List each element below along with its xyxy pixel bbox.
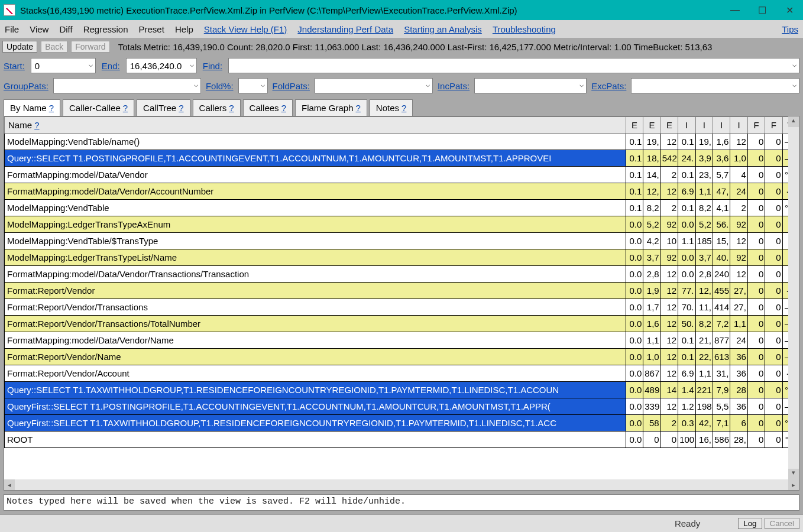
row-cell[interactable]: 18, (643, 150, 660, 167)
row-cell[interactable]: 0.0 (626, 216, 643, 233)
row-name[interactable]: ModelMapping:VendTable/$TransType (5, 233, 626, 249)
notes-input[interactable]: Notes typed here will be saved when the … (4, 494, 799, 511)
row-cell[interactable]: 12 (660, 365, 678, 382)
row-cell[interactable]: 1,1 (643, 332, 660, 349)
tab-by-name[interactable]: By Name ? (4, 99, 60, 116)
column-header-7[interactable]: F (747, 117, 765, 134)
row-cell[interactable]: 0.1 (626, 134, 643, 150)
table-row[interactable]: ModelMapping:VendTable0.18,220.18,24,120… (5, 200, 799, 216)
row-cell[interactable]: 0.1 (678, 134, 695, 150)
row-cell[interactable]: 0.1 (678, 332, 695, 349)
table-row[interactable]: QueryFirst::SELECT T1.TAXWITHHOLDGROUP,T… (5, 415, 799, 432)
row-cell[interactable]: 0.0 (678, 249, 695, 266)
row-cell[interactable]: 1,7 (643, 299, 660, 316)
row-cell[interactable]: 1.2 (678, 398, 695, 415)
row-cell[interactable]: 1,0 (643, 349, 660, 365)
row-cell[interactable]: 198 (695, 398, 713, 415)
row-cell[interactable]: 42, (695, 415, 713, 432)
row-cell[interactable]: 0 (747, 183, 765, 200)
row-cell[interactable]: 16, (695, 432, 713, 448)
foldpct-label[interactable]: Fold%: (206, 81, 234, 91)
row-cell[interactable]: 27, (730, 299, 747, 316)
excpats-input[interactable] (631, 78, 799, 93)
row-name[interactable]: Format:Report/Vendor/Name (5, 349, 626, 365)
row-cell[interactable]: 12 (660, 349, 678, 365)
row-cell[interactable]: 12 (660, 299, 678, 316)
row-cell[interactable]: 240 (713, 266, 730, 283)
row-name[interactable]: Format:Report/Vendor/Account (5, 365, 626, 382)
scroll-down-icon[interactable]: ▾ (788, 469, 799, 479)
row-cell[interactable]: 36 (730, 365, 747, 382)
row-cell[interactable]: 6.9 (678, 183, 695, 200)
table-row[interactable]: ModelMapping:VendTable/$TransType0.04,21… (5, 233, 799, 249)
column-header-1[interactable]: E (643, 117, 660, 134)
row-cell[interactable]: 19, (643, 134, 660, 150)
row-cell[interactable]: 0.1 (626, 183, 643, 200)
table-row[interactable]: Format:Report/Vendor0.01,91277.12,45527,… (5, 283, 799, 299)
row-cell[interactable]: 2 (660, 200, 678, 216)
row-cell[interactable]: 0 (747, 382, 765, 398)
row-cell[interactable]: 0 (765, 283, 782, 299)
row-name[interactable]: QueryFirst::SELECT T1.TAXWITHHOLDGROUP,T… (5, 415, 626, 432)
row-cell[interactable]: 0.1 (626, 150, 643, 167)
find-input[interactable] (228, 58, 799, 73)
row-cell[interactable]: 7,9 (713, 382, 730, 398)
scroll-left-icon[interactable]: ◂ (4, 479, 15, 490)
table-row[interactable]: FormatMapping:model/Data/Vendor/AccountN… (5, 183, 799, 200)
row-cell[interactable]: 0 (765, 150, 782, 167)
close-button[interactable]: ✕ (776, 0, 803, 20)
row-cell[interactable]: 0 (765, 183, 782, 200)
row-name[interactable]: FormatMapping:model/Data/Vendor/Name (5, 332, 626, 349)
row-cell[interactable]: 4 (730, 167, 747, 183)
row-cell[interactable]: 36 (730, 398, 747, 415)
row-cell[interactable]: 2,8 (695, 266, 713, 283)
table-row[interactable]: Format:Report/Vendor/Transactions/TotalN… (5, 316, 799, 332)
excpats-label[interactable]: ExcPats: (591, 81, 626, 91)
row-cell[interactable]: 0 (747, 150, 765, 167)
row-cell[interactable]: 3,7 (695, 249, 713, 266)
row-cell[interactable]: 1,1 (730, 316, 747, 332)
tab-flame-graph[interactable]: Flame Graph ? (295, 99, 367, 116)
row-cell[interactable]: 22, (695, 349, 713, 365)
row-name[interactable]: ModelMapping:VendTable/name() (5, 134, 626, 150)
row-cell[interactable]: 40. (713, 249, 730, 266)
row-name[interactable]: FormatMapping:model/Data/Vendor (5, 167, 626, 183)
grouppats-label[interactable]: GroupPats: (4, 81, 48, 91)
row-cell[interactable]: 0.1 (678, 167, 695, 183)
row-cell[interactable]: 0 (765, 266, 782, 283)
row-cell[interactable]: 5,7 (713, 167, 730, 183)
row-cell[interactable]: 6.9 (678, 365, 695, 382)
row-cell[interactable]: 1,6 (643, 316, 660, 332)
menu-diff[interactable]: Diff (59, 24, 72, 34)
link-understanding-perf-data[interactable]: Jnderstanding Perf Data (297, 24, 393, 34)
row-name[interactable]: Query::SELECT T1.TAXWITHHOLDGROUP,T1.RES… (5, 382, 626, 398)
column-header-8[interactable]: F (765, 117, 782, 134)
row-cell[interactable]: 0.0 (626, 398, 643, 415)
menu-view[interactable]: View (30, 24, 48, 34)
row-name[interactable]: Query::SELECT T1.POSTINGPROFILE,T1.ACCOU… (5, 150, 626, 167)
row-cell[interactable]: 3,7 (643, 249, 660, 266)
row-cell[interactable]: 6 (730, 415, 747, 432)
incpats-label[interactable]: IncPats: (438, 81, 470, 91)
row-cell[interactable]: 2 (730, 200, 747, 216)
table-row[interactable]: Format:Report/Vendor/Transactions0.01,71… (5, 299, 799, 316)
row-cell[interactable]: 12 (730, 134, 747, 150)
scroll-right-icon[interactable]: ▸ (788, 479, 799, 490)
tab-calltree[interactable]: CallTree ? (137, 99, 190, 116)
row-cell[interactable]: 0 (747, 134, 765, 150)
menu-file[interactable]: File (5, 24, 19, 34)
row-name[interactable]: ModelMapping:LedgerTransTypeAxEnum (5, 216, 626, 233)
link-starting-analysis[interactable]: Starting an Analysis (404, 24, 482, 34)
menu-help[interactable]: Help (175, 24, 193, 34)
row-cell[interactable]: 0 (765, 299, 782, 316)
row-cell[interactable]: 70. (678, 299, 695, 316)
row-cell[interactable]: 31, (713, 365, 730, 382)
row-name[interactable]: QueryFirst::SELECT T1.POSTINGPROFILE,T1.… (5, 398, 626, 415)
row-cell[interactable]: 0.0 (626, 365, 643, 382)
row-cell[interactable]: 12 (660, 283, 678, 299)
row-cell[interactable]: 0 (747, 200, 765, 216)
row-cell[interactable]: 8,2 (695, 200, 713, 216)
row-cell[interactable]: 23, (695, 167, 713, 183)
vertical-scrollbar[interactable]: ▴ ▾ (788, 116, 799, 479)
row-cell[interactable]: 0 (747, 349, 765, 365)
